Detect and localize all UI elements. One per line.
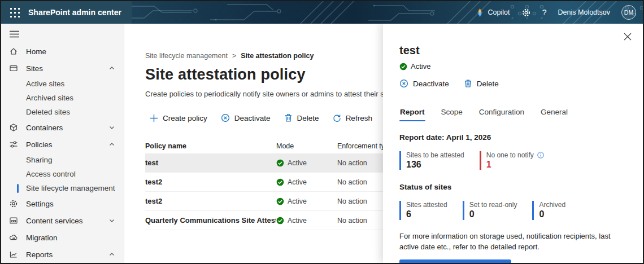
sidebar-item-label: Settings: [26, 200, 54, 208]
delete-button[interactable]: Delete: [280, 111, 324, 125]
sidebar-item-label: Home: [26, 47, 46, 56]
deactivate-label: Deactivate: [234, 114, 271, 122]
sidebar-item-label: Sites: [26, 64, 43, 73]
sidebar-item-label: Content services: [26, 217, 83, 225]
close-panel-button[interactable]: [621, 30, 634, 45]
sidebar-item-label: Reports: [26, 250, 53, 259]
copilot-icon: [476, 8, 484, 17]
breadcrumb-separator: >: [232, 52, 236, 60]
metric-label: Sites to be attested: [406, 151, 464, 159]
metric-archived: Archived 0: [532, 201, 565, 219]
active-status-icon: [276, 217, 284, 225]
active-status-icon: [276, 159, 284, 167]
panel-status: Active: [399, 62, 629, 71]
topbar-left: SharePoint admin center: [1, 1, 132, 24]
trash-icon: [284, 113, 293, 122]
gear-icon: [9, 199, 18, 208]
active-status-icon: [276, 178, 284, 186]
sidebar-item-sharing[interactable]: Sharing: [1, 153, 124, 167]
refresh-button[interactable]: Refresh: [328, 111, 377, 125]
tab-configuration[interactable]: Configuration: [478, 105, 525, 121]
create-policy-button[interactable]: Create policy: [145, 111, 212, 125]
close-icon: [624, 33, 632, 41]
sidebar-item-active-sites[interactable]: Active sites: [1, 77, 124, 91]
panel-tabs: Report Scope Configuration General: [399, 105, 629, 121]
sidebar-item-access-control[interactable]: Access control: [1, 167, 124, 181]
app-title[interactable]: SharePoint admin center: [28, 8, 121, 17]
chevron-up-icon[interactable]: [108, 251, 115, 258]
tab-report[interactable]: Report: [399, 105, 425, 121]
metric-label: Set to read-only: [469, 201, 517, 209]
column-header-policy-name[interactable]: Policy name: [145, 142, 276, 150]
metric-value: 136: [406, 160, 464, 170]
metric-sites-to-be-attested: Sites to be attested 136: [399, 151, 464, 170]
create-policy-label: Create policy: [163, 114, 207, 122]
hamburger-icon: [10, 30, 19, 38]
download-detailed-report-button[interactable]: Download detailed report: [399, 259, 511, 264]
block-circle-icon: [399, 79, 408, 88]
avatar[interactable]: DM: [621, 5, 636, 20]
copilot-label: Copilot: [488, 8, 510, 16]
mode-label: Active: [288, 197, 307, 205]
status-of-sites-heading: Status of sites: [399, 183, 629, 191]
chevron-up-icon[interactable]: [108, 65, 115, 72]
metric-label: Sites attested: [406, 201, 447, 209]
settings-topbar-button[interactable]: [521, 8, 531, 17]
gear-icon: [521, 8, 531, 17]
metric-label: Archived: [539, 201, 565, 209]
panel-delete-label: Delete: [477, 80, 499, 88]
policy-details-panel: test Active Deactivate Delete: [383, 24, 643, 263]
help-button[interactable]: ?: [542, 8, 547, 17]
sidebar-item-archived-sites[interactable]: Archived sites: [1, 91, 124, 105]
metric-value: 0: [469, 209, 517, 219]
block-circle-icon: [221, 113, 230, 122]
reports-chart-icon: [9, 250, 18, 259]
sidebar-item-label: Archived sites: [26, 94, 73, 102]
metric-value: 0: [539, 209, 565, 219]
active-status-icon: [399, 63, 407, 71]
chevron-down-icon[interactable]: [108, 124, 115, 131]
sidebar-item-reports[interactable]: Reports: [1, 246, 124, 263]
sharepoint-admin-window: SharePoint admin center Copilot ? Denis …: [0, 0, 644, 264]
copilot-button[interactable]: Copilot: [476, 8, 510, 17]
sidebar-item-sites[interactable]: Sites: [1, 60, 124, 77]
panel-deactivate-label: Deactivate: [413, 80, 449, 88]
panel-delete-button[interactable]: Delete: [459, 76, 503, 91]
sidebar-item-label: Sharing: [26, 156, 53, 164]
sidebar-item-label: Active sites: [26, 80, 64, 88]
sidebar-item-label: Deleted sites: [26, 108, 70, 116]
chevron-up-icon[interactable]: [108, 141, 115, 148]
sidebar-item-site-lifecycle-management[interactable]: Site lifecycle management: [1, 181, 124, 195]
sidebar-item-label: Migration: [26, 234, 58, 242]
mode-cell: Active: [276, 197, 337, 205]
sidebar-item-containers[interactable]: Containers: [1, 119, 124, 136]
policy-name-cell: Quarterly Communications Site Attestatio…: [145, 216, 276, 225]
sidebar-item-migration[interactable]: Migration: [1, 229, 124, 246]
sidebar-item-content-services[interactable]: Content services: [1, 212, 124, 229]
report-metrics: Sites to be attested 136 No one to notif…: [399, 151, 629, 170]
column-header-mode[interactable]: Mode: [276, 142, 337, 150]
panel-deactivate-button[interactable]: Deactivate: [399, 76, 454, 91]
content-services-icon: [9, 216, 18, 225]
home-icon: [9, 47, 18, 56]
sidebar-item-deleted-sites[interactable]: Deleted sites: [1, 105, 124, 119]
hamburger-menu-button[interactable]: [1, 25, 28, 43]
deactivate-button[interactable]: Deactivate: [216, 111, 275, 125]
metric-no-one-to-notify: No one to notify 1: [480, 151, 544, 170]
mode-label: Active: [288, 217, 307, 225]
tab-scope[interactable]: Scope: [441, 105, 463, 121]
metric-set-to-read-only: Set to read-only 0: [463, 201, 517, 219]
active-status-icon: [276, 197, 284, 205]
info-icon[interactable]: [537, 152, 544, 159]
sidebar-item-home[interactable]: Home: [1, 43, 124, 60]
chevron-down-icon[interactable]: [108, 217, 115, 224]
panel-actions: Deactivate Delete: [399, 76, 629, 91]
tab-general[interactable]: General: [540, 105, 568, 121]
sidebar-item-settings[interactable]: Settings: [1, 195, 124, 212]
breadcrumb-parent-link[interactable]: Site lifecycle management: [145, 52, 228, 60]
sidebar-item-policies[interactable]: Policies: [1, 136, 124, 153]
breadcrumb-current: Site attestation policy: [241, 52, 314, 60]
sidebar: Home Sites Active sites Archived sites D…: [1, 24, 124, 263]
app-launcher-button[interactable]: [1, 1, 28, 24]
policy-name-cell: test: [145, 159, 276, 167]
